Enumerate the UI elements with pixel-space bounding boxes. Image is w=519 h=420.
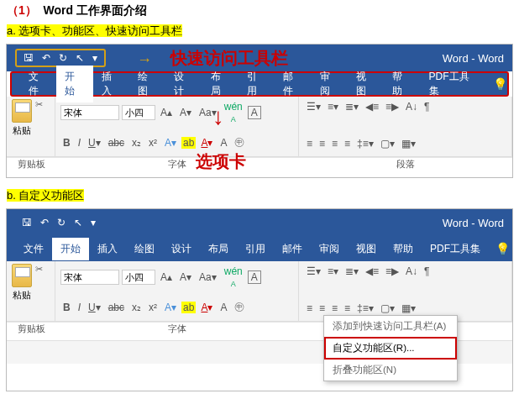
menu-add-qat[interactable]: 添加到快速访问工具栏(A)	[324, 316, 457, 337]
numbering-button[interactable]: ≡▾	[325, 99, 341, 114]
phonetic-guide-button[interactable]: wénA	[222, 99, 245, 126]
align-center-button[interactable]: ≡	[317, 301, 328, 316]
subscript-button[interactable]: x₂	[129, 300, 144, 315]
tellme-icon[interactable]: 💡	[493, 77, 507, 91]
borders-button[interactable]: ▦▾	[399, 301, 418, 316]
increase-indent-button[interactable]: ≡▶	[383, 264, 401, 279]
tab-references[interactable]: 引用	[237, 238, 274, 260]
font-label: 字体	[55, 323, 299, 340]
paste-icon	[12, 264, 32, 287]
paste-button[interactable]: 粘贴	[12, 99, 32, 137]
bold-button[interactable]: B	[60, 135, 73, 150]
text-effects-button[interactable]: A▾	[162, 135, 179, 150]
cut-icon[interactable]: ✂	[35, 99, 43, 137]
cursor-icon[interactable]: ↖	[76, 52, 84, 64]
bullets-button[interactable]: ☰▾	[304, 264, 323, 279]
underline-button[interactable]: U▾	[86, 135, 103, 150]
superscript-button[interactable]: x²	[146, 300, 160, 315]
align-right-button[interactable]: ≡	[329, 136, 340, 151]
menu-customize-ribbon[interactable]: 自定义功能区(R)...	[324, 337, 457, 360]
decrease-indent-button[interactable]: ◀≡	[363, 264, 381, 279]
tab-review[interactable]: 审阅	[311, 238, 348, 260]
phonetic-guide-button[interactable]: wénA	[222, 264, 245, 291]
line-spacing-button[interactable]: ‡≡▾	[354, 136, 376, 151]
enclose-char-button[interactable]: ㊥	[232, 134, 247, 151]
italic-button[interactable]: I	[76, 300, 83, 315]
line-spacing-button[interactable]: ‡≡▾	[354, 301, 376, 316]
tab-design[interactable]: 设计	[163, 238, 200, 260]
decrease-indent-button[interactable]: ◀≡	[363, 99, 381, 114]
tab-file[interactable]: 文件	[15, 238, 52, 260]
align-right-button[interactable]: ≡	[329, 301, 340, 316]
multilevel-button[interactable]: ≣▾	[343, 264, 361, 279]
tellme-icon[interactable]: 💡	[495, 242, 510, 255]
char-shading-button[interactable]: A	[218, 135, 229, 150]
tab-home[interactable]: 开始	[52, 238, 89, 260]
font-size-select[interactable]	[122, 105, 155, 120]
tab-pdf[interactable]: PDF工具集	[422, 238, 489, 260]
justify-button[interactable]: ≡	[342, 301, 353, 316]
strikethrough-button[interactable]: abc	[106, 135, 127, 150]
tab-help[interactable]: 帮助	[385, 238, 422, 260]
sort-button[interactable]: A↓	[403, 264, 420, 279]
shrink-font-button[interactable]: A▾	[177, 105, 194, 120]
change-case-button[interactable]: Aa▾	[197, 270, 219, 285]
char-border-button[interactable]: A	[248, 106, 261, 119]
shading-button[interactable]: ▢▾	[378, 136, 397, 151]
italic-button[interactable]: I	[76, 135, 83, 150]
clipboard-group-2: 粘贴 ✂	[7, 261, 55, 321]
bullets-button[interactable]: ☰▾	[304, 99, 323, 114]
paste-button[interactable]: 粘贴	[12, 264, 32, 302]
font-color-button[interactable]: A▾	[198, 135, 215, 150]
tab-mailings[interactable]: 邮件	[274, 238, 311, 260]
tab-draw[interactable]: 绘图	[126, 238, 163, 260]
font-color-button[interactable]: A▾	[198, 300, 215, 315]
justify-button[interactable]: ≡	[342, 136, 353, 151]
grow-font-button[interactable]: A▴	[158, 270, 175, 285]
redo-icon[interactable]: ↻	[59, 52, 67, 64]
menu-collapse-ribbon[interactable]: 折叠功能区(N)	[324, 360, 457, 381]
font-label: 字体	[55, 158, 299, 176]
customize-qat-icon[interactable]: ▾	[92, 52, 97, 64]
borders-button[interactable]: ▦▾	[399, 136, 418, 151]
increase-indent-button[interactable]: ≡▶	[383, 99, 401, 114]
customize-qat-icon[interactable]: ▾	[91, 217, 96, 228]
strikethrough-button[interactable]: abc	[106, 300, 127, 315]
subscript-button[interactable]: x₂	[129, 135, 144, 150]
show-marks-button[interactable]: ¶	[422, 264, 432, 279]
cut-icon[interactable]: ✂	[35, 264, 43, 302]
grow-font-button[interactable]: A▴	[158, 105, 175, 120]
align-left-button[interactable]: ≡	[304, 301, 315, 316]
undo-icon[interactable]: ↶	[40, 217, 49, 228]
superscript-button[interactable]: x²	[146, 135, 160, 150]
highlight-button[interactable]: ab	[181, 137, 196, 149]
highlight-button[interactable]: ab	[181, 302, 196, 313]
sort-button[interactable]: A↓	[403, 99, 420, 114]
save-icon[interactable]: 🖫	[22, 217, 32, 228]
tab-insert[interactable]: 插入	[89, 238, 126, 260]
char-border-button[interactable]: A	[248, 270, 261, 284]
underline-button[interactable]: U▾	[86, 300, 103, 315]
font-name-select[interactable]	[60, 270, 119, 285]
shading-button[interactable]: ▢▾	[378, 301, 397, 316]
show-marks-button[interactable]: ¶	[422, 99, 432, 114]
tab-view[interactable]: 视图	[348, 238, 385, 260]
redo-icon[interactable]: ↻	[57, 217, 66, 228]
cursor-icon[interactable]: ↖	[74, 217, 82, 228]
char-shading-button[interactable]: A	[218, 300, 229, 315]
text-effects-button[interactable]: A▾	[162, 300, 179, 315]
tab-layout[interactable]: 布局	[200, 238, 237, 260]
undo-icon[interactable]: ↶	[42, 52, 50, 64]
align-left-button[interactable]: ≡	[304, 136, 315, 151]
shrink-font-button[interactable]: A▾	[177, 270, 194, 285]
multilevel-button[interactable]: ≣▾	[343, 99, 361, 114]
numbering-button[interactable]: ≡▾	[325, 264, 341, 279]
save-icon[interactable]: 🖫	[24, 52, 34, 64]
align-center-button[interactable]: ≡	[317, 136, 328, 151]
bold-button[interactable]: B	[60, 300, 73, 315]
font-size-select[interactable]	[122, 270, 155, 285]
clipboard-label: 剪贴板	[7, 158, 55, 176]
font-name-select[interactable]	[60, 105, 119, 120]
enclose-char-button[interactable]: ㊥	[232, 298, 247, 316]
change-case-button[interactable]: Aa▾	[197, 105, 219, 120]
